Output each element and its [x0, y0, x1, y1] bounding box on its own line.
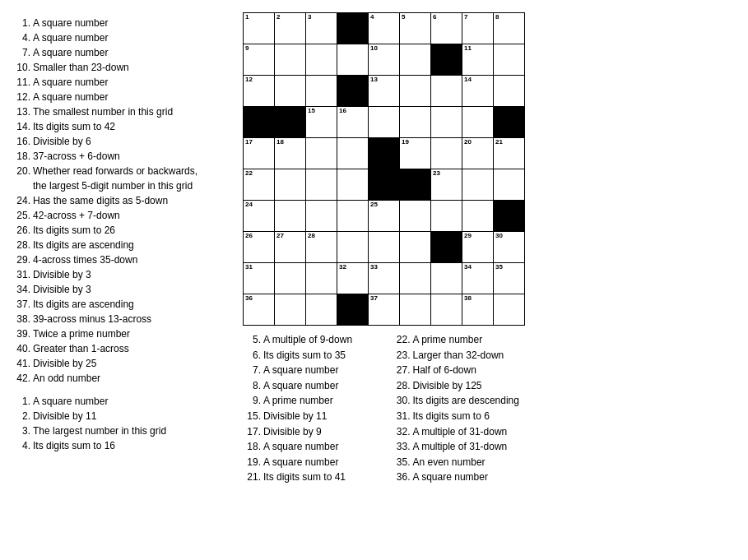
- white-cell[interactable]: [337, 44, 369, 76]
- white-cell[interactable]: 21: [494, 138, 525, 169]
- white-cell[interactable]: [431, 76, 462, 107]
- across-clue-item: 41.Divisible by 25: [12, 356, 235, 371]
- down-clue-item: 32.A multiple of 31-down: [393, 424, 526, 440]
- white-cell[interactable]: 34: [462, 263, 494, 294]
- white-cell[interactable]: 31: [244, 263, 275, 294]
- white-cell[interactable]: 30: [494, 232, 525, 263]
- white-cell[interactable]: [275, 263, 306, 294]
- white-cell[interactable]: [400, 107, 431, 138]
- clue-text: Divisible by 125: [413, 378, 526, 394]
- white-cell[interactable]: 14: [462, 76, 494, 107]
- white-cell[interactable]: [494, 294, 525, 326]
- white-cell[interactable]: 12: [244, 76, 275, 107]
- white-cell[interactable]: 5: [400, 13, 431, 44]
- cell-number: 5: [402, 14, 405, 21]
- white-cell[interactable]: [275, 201, 306, 232]
- white-cell[interactable]: 28: [306, 232, 337, 263]
- white-cell[interactable]: 10: [369, 44, 400, 76]
- white-cell[interactable]: 11: [462, 44, 494, 76]
- grid-and-bottom: 1234567891011121314151617181920212223242…: [243, 12, 525, 493]
- white-cell[interactable]: [275, 169, 306, 201]
- white-cell[interactable]: 37: [369, 294, 400, 326]
- white-cell[interactable]: [337, 138, 369, 169]
- white-cell[interactable]: 35: [494, 263, 525, 294]
- white-cell[interactable]: [275, 76, 306, 107]
- clue-number: 25.: [12, 208, 30, 223]
- white-cell[interactable]: 9: [244, 44, 275, 76]
- white-cell[interactable]: [400, 201, 431, 232]
- white-cell[interactable]: 16: [337, 107, 369, 138]
- white-cell[interactable]: 33: [369, 263, 400, 294]
- white-cell[interactable]: 26: [244, 232, 275, 263]
- down-clue-item: 35.An even number: [393, 455, 526, 470]
- white-cell[interactable]: [337, 232, 369, 263]
- clue-text: An odd number: [33, 371, 235, 386]
- across-clue-item: 25.42-across + 7-down: [12, 208, 235, 223]
- white-cell[interactable]: [275, 44, 306, 76]
- white-cell[interactable]: 38: [462, 294, 494, 326]
- white-cell[interactable]: 36: [244, 294, 275, 326]
- white-cell[interactable]: [306, 44, 337, 76]
- white-cell[interactable]: [306, 76, 337, 107]
- white-cell[interactable]: [369, 232, 400, 263]
- white-cell[interactable]: 8: [494, 13, 525, 44]
- white-cell[interactable]: [494, 44, 525, 76]
- clue-number: 18.: [243, 439, 261, 455]
- down-clue-item: 6.Its digits sum to 35: [243, 348, 376, 363]
- white-cell[interactable]: [462, 169, 494, 201]
- white-cell[interactable]: [337, 201, 369, 232]
- across-clue-list: 1.A square number4.A square number7.A sq…: [12, 16, 235, 386]
- white-cell[interactable]: 20: [462, 138, 494, 169]
- white-cell[interactable]: [400, 44, 431, 76]
- white-cell[interactable]: 15: [306, 107, 337, 138]
- white-cell[interactable]: 19: [400, 138, 431, 169]
- white-cell[interactable]: [369, 107, 400, 138]
- white-cell[interactable]: [431, 263, 462, 294]
- white-cell[interactable]: [400, 294, 431, 326]
- white-cell[interactable]: 22: [244, 169, 275, 201]
- white-cell[interactable]: [306, 169, 337, 201]
- white-cell[interactable]: 1: [244, 13, 275, 44]
- white-cell[interactable]: 25: [369, 201, 400, 232]
- white-cell[interactable]: [400, 263, 431, 294]
- white-cell[interactable]: [306, 294, 337, 326]
- white-cell[interactable]: [306, 138, 337, 169]
- white-cell[interactable]: 27: [275, 232, 306, 263]
- white-cell[interactable]: 24: [244, 201, 275, 232]
- cell-number: 23: [433, 170, 440, 177]
- white-cell[interactable]: 23: [431, 169, 462, 201]
- white-cell[interactable]: [494, 169, 525, 201]
- white-cell[interactable]: [431, 294, 462, 326]
- white-cell[interactable]: [337, 169, 369, 201]
- white-cell[interactable]: 32: [337, 263, 369, 294]
- white-cell[interactable]: [400, 232, 431, 263]
- white-cell[interactable]: 2: [275, 13, 306, 44]
- white-cell[interactable]: 17: [244, 138, 275, 169]
- white-cell[interactable]: [431, 138, 462, 169]
- white-cell[interactable]: 18: [275, 138, 306, 169]
- down-clue-item: 9.A prime number: [243, 393, 376, 409]
- white-cell[interactable]: [306, 263, 337, 294]
- across-clue-item: 16.Divisible by 6: [12, 134, 235, 149]
- down-clue-item: 8.A square number: [243, 378, 376, 394]
- down-clue-item: 3.The largest number in this grid: [12, 423, 235, 438]
- white-cell[interactable]: [275, 294, 306, 326]
- white-cell[interactable]: [462, 107, 494, 138]
- white-cell[interactable]: [400, 76, 431, 107]
- left-clues: 1.A square number4.A square number7.A sq…: [12, 12, 235, 493]
- white-cell[interactable]: 29: [462, 232, 494, 263]
- white-cell[interactable]: 6: [431, 13, 462, 44]
- white-cell[interactable]: [462, 201, 494, 232]
- white-cell[interactable]: [431, 201, 462, 232]
- white-cell[interactable]: 3: [306, 13, 337, 44]
- white-cell[interactable]: [306, 201, 337, 232]
- down-clue-item: 27.Half of 6-down: [393, 363, 526, 378]
- cell-number: 37: [370, 295, 378, 302]
- white-cell[interactable]: [431, 107, 462, 138]
- white-cell[interactable]: [494, 76, 525, 107]
- down-clue-item: 28.Divisible by 125: [393, 378, 526, 394]
- white-cell[interactable]: 7: [462, 13, 494, 44]
- clue-text: 4-across times 35-down: [33, 252, 235, 267]
- white-cell[interactable]: 4: [369, 13, 400, 44]
- white-cell[interactable]: 13: [369, 76, 400, 107]
